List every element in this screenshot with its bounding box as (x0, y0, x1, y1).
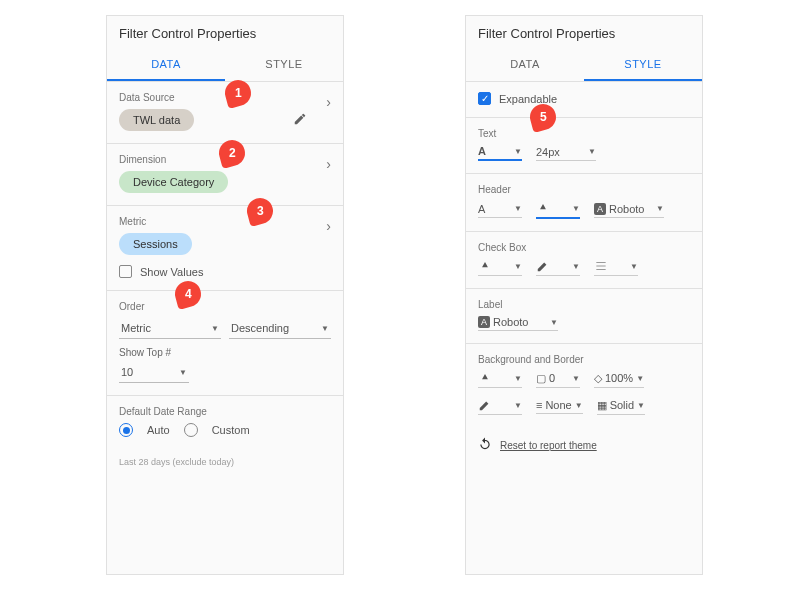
font-color-tool[interactable]: A▼ (478, 145, 522, 161)
reset-row: Reset to report theme (466, 427, 702, 463)
show-values-label: Show Values (140, 266, 203, 278)
label-font-select[interactable]: ARoboto▼ (478, 316, 558, 331)
date-range-section: Default Date Range Auto Custom (107, 396, 343, 449)
background-label: Background and Border (478, 354, 690, 365)
text-label: Text (478, 128, 690, 139)
reset-link[interactable]: Reset to report theme (500, 440, 597, 451)
label-section: Label ARoboto▼ (466, 289, 702, 344)
expandable-section: ✓ Expandable 5 (466, 82, 702, 118)
data-source-section: Data Source › TWL data 1 (107, 82, 343, 144)
custom-radio[interactable] (184, 423, 198, 437)
date-range-label: Default Date Range (119, 406, 331, 417)
checkbox-align[interactable]: ▼ (594, 259, 638, 276)
chevron-right-icon[interactable]: › (326, 94, 331, 110)
opacity[interactable]: ◇ 100%▼ (594, 372, 644, 388)
border-color[interactable]: ▼ (478, 398, 522, 415)
panel-title: Filter Control Properties (466, 16, 702, 49)
chevron-right-icon[interactable]: › (326, 218, 331, 234)
show-top-select[interactable]: 10▼ (119, 362, 189, 383)
checkbox-label: Check Box (478, 242, 690, 253)
date-range-footer: Last 28 days (exclude today) (107, 449, 343, 475)
metric-chip[interactable]: Sessions (119, 233, 192, 255)
tabs: DATA STYLE (107, 49, 343, 82)
header-font-select[interactable]: ARoboto▼ (594, 203, 664, 218)
order-dir-select[interactable]: Descending▼ (229, 318, 331, 339)
auto-label: Auto (147, 424, 170, 436)
dimension-chip[interactable]: Device Category (119, 171, 228, 193)
dimension-section: Dimension › Device Category 2 (107, 144, 343, 206)
label-label: Label (478, 299, 690, 310)
border-weight[interactable]: ≡ None▼ (536, 399, 583, 414)
order-label: Order (119, 301, 331, 312)
border-radius[interactable]: ▢ 0▼ (536, 372, 580, 388)
font-size-select[interactable]: 24px▼ (536, 146, 596, 161)
background-section: Background and Border ▼ ▢ 0▼ ◇ 100%▼ ▼ ≡… (466, 344, 702, 427)
tab-style[interactable]: STYLE (584, 49, 702, 81)
show-values-checkbox[interactable] (119, 265, 132, 278)
show-top-label: Show Top # (119, 347, 331, 358)
callout-1: 1 (222, 77, 254, 109)
header-label: Header (478, 184, 690, 195)
chevron-right-icon[interactable]: › (326, 156, 331, 172)
metric-section: Metric › Sessions Show Values 3 (107, 206, 343, 291)
order-by-select[interactable]: Metric▼ (119, 318, 221, 339)
checkbox-section: Check Box ▼ ▼ ▼ (466, 232, 702, 289)
tab-data[interactable]: DATA (107, 49, 225, 81)
pencil-icon[interactable] (293, 112, 307, 130)
style-panel: Filter Control Properties DATA STYLE ✓ E… (465, 15, 703, 575)
checkbox-fill[interactable]: ▼ (478, 259, 522, 276)
metric-label: Metric (119, 216, 331, 227)
expandable-checkbox[interactable]: ✓ (478, 92, 491, 105)
checkbox-stroke[interactable]: ▼ (536, 259, 580, 276)
order-section: Order Metric▼ Descending▼ Show Top # 10▼… (107, 291, 343, 396)
border-style[interactable]: ▦ Solid▼ (597, 399, 645, 415)
panel-title: Filter Control Properties (107, 16, 343, 49)
header-font-color[interactable]: A▼ (478, 203, 522, 218)
header-section: Header A▼ ▼ ARoboto▼ (466, 174, 702, 232)
data-panel: Filter Control Properties DATA STYLE Dat… (106, 15, 344, 575)
tabs: DATA STYLE (466, 49, 702, 82)
expandable-label: Expandable (499, 93, 557, 105)
tab-data[interactable]: DATA (466, 49, 584, 81)
auto-radio[interactable] (119, 423, 133, 437)
bg-fill[interactable]: ▼ (478, 371, 522, 388)
custom-label: Custom (212, 424, 250, 436)
tab-style[interactable]: STYLE (225, 49, 343, 81)
text-section: Text A▼ 24px▼ (466, 118, 702, 174)
data-source-chip[interactable]: TWL data (119, 109, 194, 131)
header-fill-color[interactable]: ▼ (536, 201, 580, 219)
undo-icon (478, 437, 492, 453)
